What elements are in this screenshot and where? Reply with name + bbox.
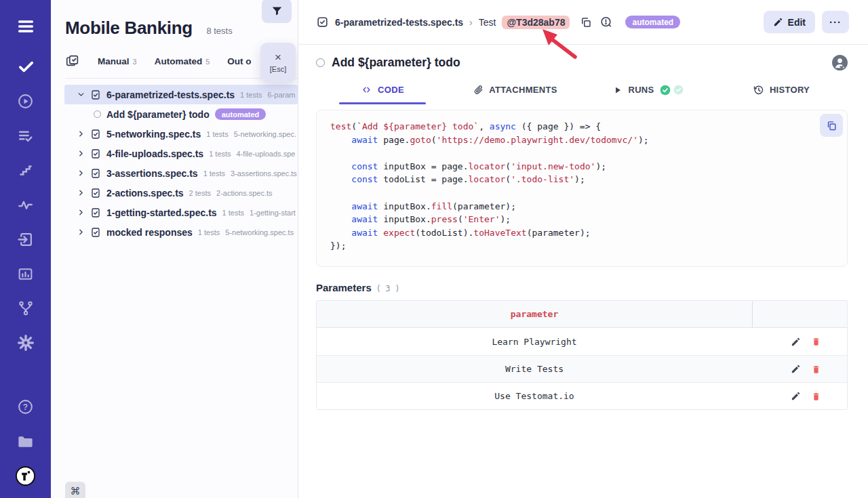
projects-folder-icon[interactable] bbox=[14, 431, 37, 451]
delete-parameter-button[interactable] bbox=[811, 336, 821, 347]
chevron-right-icon[interactable] bbox=[77, 208, 85, 217]
tab-attachments[interactable]: ATTACHMENTS bbox=[449, 84, 582, 104]
code-line bbox=[330, 186, 833, 200]
suite-file-label: 5-networking.spec. bbox=[234, 130, 296, 138]
sidebar: ? bbox=[0, 0, 51, 498]
funnel-icon bbox=[271, 5, 283, 18]
history-status-icon[interactable] bbox=[599, 16, 612, 28]
copy-icon[interactable] bbox=[580, 16, 592, 28]
filter-automated-label: Automated bbox=[155, 56, 203, 66]
test-plans-icon[interactable] bbox=[14, 125, 37, 146]
spec-file-icon bbox=[90, 188, 101, 199]
test-name: Add ${parameter} todo bbox=[106, 109, 210, 120]
tab-history-label: HISTORY bbox=[770, 85, 810, 95]
suite-file-label: 1-getting-start bbox=[250, 209, 296, 217]
suite-file-label: 3-assertions.spec.ts bbox=[231, 169, 297, 178]
code-line: const inputBox = page.locator('input.new… bbox=[330, 160, 833, 173]
delete-parameter-button[interactable] bbox=[811, 391, 821, 402]
suite-name: 5-networking.spec.ts bbox=[106, 129, 201, 140]
spec-file-icon bbox=[90, 227, 101, 238]
test-title-row: Add ${parameter} todo bbox=[316, 55, 848, 70]
filter-button[interactable] bbox=[262, 0, 292, 23]
breadcrumb-file[interactable]: 6-parametrized-tests.spec.ts bbox=[335, 17, 463, 28]
filter-automated[interactable]: Automated 5 bbox=[155, 56, 210, 66]
tab-code[interactable]: CODE bbox=[316, 84, 449, 104]
chevron-down-icon[interactable] bbox=[77, 90, 85, 99]
checkbox-icon bbox=[316, 16, 329, 28]
tree-suite-row[interactable]: 4-file-uploads.spec.ts1 tests4-file-uplo… bbox=[51, 144, 298, 163]
svg-text:?: ? bbox=[23, 402, 28, 411]
tree-suite-row[interactable]: 5-networking.spec.ts1 tests5-networking.… bbox=[51, 124, 298, 144]
parameters-title: Parameters bbox=[316, 282, 372, 293]
spec-file-icon bbox=[90, 168, 101, 179]
tab-history[interactable]: HISTORY bbox=[715, 84, 848, 104]
more-actions-button[interactable]: ··· bbox=[822, 11, 849, 33]
tab-runs[interactable]: RUNS bbox=[582, 84, 715, 104]
suite-test-count: 1 tests bbox=[209, 150, 231, 158]
delete-parameter-button[interactable] bbox=[811, 364, 821, 375]
code-line: }); bbox=[330, 239, 833, 253]
suite-name: 6-parametrized-tests.spec.ts bbox=[106, 89, 235, 100]
settings-gear-icon[interactable] bbox=[14, 333, 37, 353]
parameter-actions bbox=[752, 391, 847, 402]
chevron-right-icon[interactable] bbox=[77, 129, 85, 138]
spec-file-icon bbox=[90, 89, 101, 100]
project-title: Mobile Banking bbox=[65, 18, 193, 39]
chevron-right-icon[interactable] bbox=[77, 149, 85, 158]
assignee-avatar[interactable] bbox=[832, 55, 848, 70]
import-icon[interactable] bbox=[14, 229, 37, 249]
code-line: const todoList = page.locator('.todo-lis… bbox=[330, 173, 833, 186]
suite-file-label: 2-actions.spec.ts bbox=[216, 189, 273, 197]
filter-more-truncated[interactable]: Out o bbox=[227, 56, 251, 66]
filter-manual-count: 3 bbox=[133, 58, 137, 66]
test-status-circle-icon bbox=[316, 58, 325, 67]
spec-file-icon bbox=[90, 207, 101, 218]
parameter-value: Use Testomat.io bbox=[317, 391, 752, 401]
tree-suite-row[interactable]: 2-actions.spec.ts2 tests2-actions.spec.t… bbox=[51, 183, 298, 203]
test-id-badge[interactable]: @T3d28ab78 bbox=[502, 16, 570, 29]
tests-check-icon[interactable] bbox=[14, 56, 37, 77]
tree-suite-row[interactable]: mocked responses1 tests5-networking.spec… bbox=[51, 222, 298, 242]
tree-test-row[interactable]: Add ${parameter} todoautomated bbox=[51, 104, 298, 124]
chevron-right-icon[interactable] bbox=[77, 188, 85, 197]
test-title: Add ${parameter} todo bbox=[332, 56, 460, 70]
chevron-right-icon[interactable] bbox=[77, 228, 85, 236]
code-line: test(`Add ${parameter} todo`, async ({ p… bbox=[330, 120, 833, 133]
suite-test-count: 1 tests bbox=[206, 130, 228, 138]
branches-icon[interactable] bbox=[14, 298, 37, 318]
close-icon[interactable]: × bbox=[275, 51, 281, 63]
tests-count: 8 tests bbox=[206, 26, 232, 36]
copy-code-button[interactable] bbox=[820, 114, 843, 137]
menu-icon[interactable] bbox=[14, 16, 37, 37]
main-content: 6-parametrized-tests.spec.ts › Test @T3d… bbox=[298, 0, 868, 498]
paperclip-icon bbox=[473, 84, 484, 96]
chevron-right-icon[interactable] bbox=[77, 169, 85, 178]
tab-attachments-label: ATTACHMENTS bbox=[489, 85, 557, 95]
breadcrumb: 6-parametrized-tests.spec.ts › Test @T3d… bbox=[316, 16, 680, 29]
analytics-icon[interactable] bbox=[14, 264, 37, 284]
steps-icon[interactable] bbox=[14, 160, 37, 180]
pencil-icon bbox=[773, 17, 783, 27]
testomat-logo[interactable] bbox=[14, 465, 37, 486]
multi-select-icon[interactable] bbox=[65, 54, 80, 68]
help-icon[interactable]: ? bbox=[14, 396, 37, 417]
edit-parameter-button[interactable] bbox=[791, 337, 801, 347]
tree-suite-row[interactable]: 3-assertions.spec.ts1 tests3-assertions.… bbox=[51, 163, 298, 183]
suite-test-count: 2 tests bbox=[189, 189, 211, 197]
pulse-icon[interactable] bbox=[14, 194, 37, 215]
edit-button[interactable]: Edit bbox=[764, 11, 815, 33]
tree-suite-row[interactable]: 6-parametrized-tests.spec.ts1 tests6-par… bbox=[64, 85, 298, 104]
command-shortcut-button[interactable]: ⌘ bbox=[65, 482, 85, 498]
edit-parameter-button[interactable] bbox=[791, 391, 801, 401]
parameters-heading: Parameters ( 3 ) bbox=[316, 282, 848, 293]
person-check-icon bbox=[832, 55, 848, 70]
code-line: await expect(todoList).toHaveText(parame… bbox=[330, 226, 833, 240]
parameter-value: Learn Playwright bbox=[317, 337, 752, 347]
runs-play-icon[interactable] bbox=[14, 91, 37, 111]
edit-parameter-button[interactable] bbox=[791, 364, 801, 374]
filter-manual[interactable]: Manual 3 bbox=[98, 56, 137, 66]
tab-runs-label: RUNS bbox=[628, 85, 654, 95]
tree-suite-row[interactable]: 1-getting-started.spec.ts1 tests1-gettin… bbox=[51, 203, 298, 222]
actions-column-header bbox=[752, 301, 847, 327]
spec-file-icon bbox=[90, 129, 101, 140]
